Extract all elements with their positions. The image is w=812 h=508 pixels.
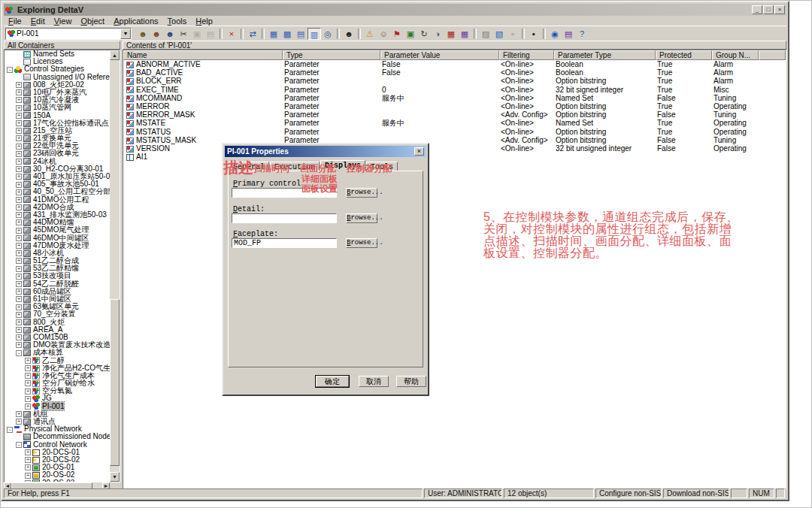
table-row[interactable]: BLOCK_ERRParameter<On-line>Option bitstr…	[123, 77, 786, 85]
copy-icon[interactable]: ▣	[190, 28, 204, 40]
tree-expander[interactable]: +	[16, 197, 22, 203]
tree-expander[interactable]: +	[16, 281, 22, 287]
chart-small-icon[interactable]: ▫	[506, 28, 520, 40]
context-help-icon[interactable]: ?	[575, 28, 589, 40]
tree-expander[interactable]: +	[25, 457, 31, 463]
explore-advanced-icon[interactable]: ☻	[150, 28, 163, 40]
paste-icon[interactable]: ▤	[204, 28, 217, 40]
tree-expander[interactable]: +	[16, 334, 22, 340]
minimize-button[interactable]: _	[752, 5, 762, 14]
menu-applications[interactable]: Applications	[109, 17, 162, 26]
tree-expander[interactable]: +	[16, 228, 22, 234]
scrollbar-thumb[interactable]	[110, 299, 120, 466]
explore-standard-icon[interactable]: ☻	[136, 28, 150, 40]
security-flag-icon[interactable]: ⚑	[390, 28, 404, 40]
field-input[interactable]	[232, 213, 337, 223]
tree-expander[interactable]: +	[16, 159, 22, 165]
browse-button[interactable]: Browse...	[346, 238, 377, 248]
table-row[interactable]: MERROR_MASKParameter<Adv. Config>Option …	[123, 110, 786, 119]
tree-expander[interactable]: +	[25, 358, 31, 364]
table-row[interactable]: MSTATUSParameter<On-line>Option bitstrin…	[123, 128, 786, 136]
chart-gray-icon[interactable]: ▨	[479, 28, 492, 40]
tree-expander[interactable]: +	[16, 411, 22, 417]
column-header[interactable]: Filtering	[499, 50, 554, 60]
tree-expander[interactable]: +	[16, 89, 22, 95]
column-header[interactable]: Protected	[656, 50, 712, 60]
field-input[interactable]: MOD_FP	[232, 238, 337, 248]
import-export-icon[interactable]: ⇄	[246, 28, 259, 40]
tree-expander[interactable]: +	[16, 151, 22, 157]
title-bar[interactable]: Exploring DeltaV _ □ ×	[4, 4, 786, 16]
tree-expander[interactable]: +	[16, 120, 22, 126]
table-row[interactable]: BAD_ACTIVEParameterFalse<On-line>Boolean…	[123, 68, 786, 77]
table-row[interactable]: MSTATEParameter服务中<On-line>Named SetTrue…	[123, 119, 786, 127]
tree-item[interactable]: +PI-001	[5, 403, 110, 410]
tree-expander[interactable]: +	[25, 404, 31, 410]
tree-expander[interactable]: +	[16, 419, 22, 425]
chart-color-icon[interactable]: ▧	[492, 28, 506, 40]
cut-icon[interactable]: ✂	[177, 28, 190, 40]
column-header[interactable]: Parameter Value	[380, 50, 499, 60]
tree-expander[interactable]: +	[16, 128, 22, 134]
scroll-down-icon[interactable]: ▼	[110, 472, 120, 482]
tree-expander[interactable]: +	[16, 135, 22, 141]
restore-button[interactable]: □	[763, 5, 774, 14]
help-globe-icon[interactable]: ◉	[548, 28, 562, 40]
tree-item[interactable]: +机组	[5, 410, 110, 418]
tree-expander[interactable]: +	[16, 144, 22, 150]
combobox-dropdown-icon[interactable]: ▼	[120, 29, 131, 39]
tree-expander[interactable]: +	[16, 243, 22, 249]
ok-button[interactable]: 确定	[316, 376, 349, 387]
tree-expander[interactable]: +	[16, 166, 22, 172]
tree-item[interactable]: +23硝回收单元	[5, 150, 110, 157]
table-color-icon[interactable]: ▦	[458, 28, 471, 40]
books-online-icon[interactable]: ▤	[562, 28, 575, 40]
tree-expander[interactable]: +	[25, 480, 31, 482]
table-red-icon[interactable]: ▦	[444, 28, 458, 40]
tree-expander[interactable]: -	[16, 442, 22, 448]
assign-user-icon[interactable]: ☺	[377, 28, 390, 40]
tree-expander[interactable]: -	[7, 67, 13, 73]
browse-button[interactable]: Browse...	[346, 213, 377, 223]
explore-user-icon[interactable]: ☻	[163, 28, 177, 40]
column-header[interactable]: Group N...	[712, 50, 759, 60]
tree-expander[interactable]: +	[25, 380, 31, 386]
table-row[interactable]: MERRORParameter<On-line>Option bitstring…	[123, 102, 786, 110]
column-header[interactable]: Parameter Type	[554, 50, 656, 60]
tree-expander[interactable]: +	[16, 82, 22, 88]
tree-expander[interactable]: -	[7, 427, 13, 433]
menu-edit[interactable]: Edit	[26, 17, 50, 26]
user-manager-icon[interactable]: ☻	[342, 28, 356, 40]
tree-expander[interactable]: +	[25, 473, 31, 479]
tree-expander[interactable]: +	[16, 174, 22, 180]
table-row[interactable]: MCOMMANDParameter服务中<On-line>Named SetFa…	[123, 94, 786, 102]
view-list-icon[interactable]: ▤	[294, 28, 308, 40]
menu-object[interactable]: Object	[76, 17, 109, 26]
tree-vertical-scrollbar[interactable]: ▲ ▼	[110, 50, 120, 482]
tree-item[interactable]: +10蒸汽管网	[5, 104, 110, 111]
cancel-button[interactable]: 取消	[359, 376, 389, 387]
tree-expander[interactable]: +	[16, 189, 22, 195]
refresh-icon[interactable]: ↻	[417, 28, 431, 40]
tree-expander[interactable]: +	[25, 449, 31, 455]
tree-expander[interactable]: +	[16, 266, 22, 272]
tree-expander[interactable]: +	[16, 296, 22, 302]
tree-expander[interactable]: +	[25, 389, 31, 395]
tree-expander[interactable]: +	[25, 396, 31, 402]
batch-executive-icon[interactable]: ▪	[527, 28, 541, 40]
tree-expander[interactable]: +	[16, 312, 22, 318]
tree-expander[interactable]: +	[16, 319, 22, 325]
tree-expander[interactable]: +	[25, 365, 31, 371]
dialog-title-bar[interactable]: PI-001 Properties ×	[225, 146, 426, 157]
column-header[interactable]: Name	[123, 50, 283, 60]
menu-file[interactable]: File	[4, 17, 26, 26]
tree-expander[interactable]: +	[16, 274, 22, 280]
tree-item[interactable]: +空分氧氮	[5, 387, 110, 395]
tree-expander[interactable]: +	[16, 219, 22, 225]
tree-expander[interactable]: +	[16, 342, 22, 348]
history-icon[interactable]: ◑	[431, 28, 444, 40]
tree-expander[interactable]: +	[16, 304, 22, 310]
dialog-close-icon[interactable]: ×	[414, 147, 424, 156]
tree-expander[interactable]: +	[16, 327, 22, 333]
tree-expander[interactable]: +	[16, 289, 22, 295]
